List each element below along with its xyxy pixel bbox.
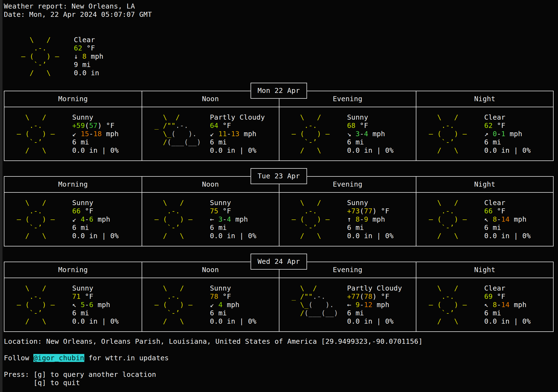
follow-line: Follow @igor_chubin for wttr.in updates — [4, 354, 554, 362]
forecast-cell: \ / .-. ― ( ) ― `-’ / \Sunny66 °F↙ 4-6 m… — [4, 193, 142, 246]
location-line: Location: New Orleans, Orleans Parish, L… — [4, 337, 554, 346]
press-instructions: Press: [g] to query another location [q]… — [4, 370, 554, 387]
forecast-cell: \ / .-. ― ( ) ― `-’ / \Sunny+59(57) °F↙ … — [4, 107, 142, 160]
forecast-cell-details: Sunny+73(77) °F↑ 8-9 mph6 mi0.0 in | 0% — [347, 199, 394, 240]
current-conditions: \ / .-. ― ( ) ― `-’ / \ Clear62 °F↓ 8 mp… — [4, 36, 554, 77]
report-title: Weather report: New Orleans, LA — [4, 2, 554, 10]
weather-art-sunny-icon: \ / .-. ― ( ) ― `-’ / \ — [420, 284, 484, 326]
forecast-cell: \ / .-. ― ( ) ― `-’ / \Sunny68 °F↘ 3-4 m… — [279, 107, 416, 160]
forecast-cell: \ / .-. ― ( ) ― `-’ / \Sunny78 °F↙ 4 mph… — [142, 278, 279, 331]
forecast-cell: \ / .-. ― ( ) ― `-’ / \Sunny+73(77) °F↑ … — [279, 193, 416, 246]
period-header-night: Night — [416, 177, 553, 192]
forecast-cell-details: Sunny71 °F↖ 5-6 mph6 mi0.0 in | 0% — [72, 284, 119, 326]
forecast-table: MorningNoonEveningNight \ / .-. ― ( ) ― … — [4, 176, 554, 246]
forecast-days: Mon 22 AprMorningNoonEveningNight \ / .-… — [4, 91, 554, 332]
report-date: Date: Mon, 22 Apr 2024 05:07:07 GMT — [4, 10, 554, 19]
weather-art-sunny-icon: \ / .-. ― ( ) ― `-’ / \ — [8, 199, 72, 240]
forecast-cell-details: Sunny+59(57) °F↙ 15-18 mph6 mi0.0 in | 0… — [72, 113, 119, 155]
forecast-table: MorningNoonEveningNight \ / .-. ― ( ) ― … — [4, 91, 554, 161]
period-header-morning: Morning — [4, 177, 142, 192]
forecast-cell-details: Sunny66 °F↙ 4-6 mph6 mi0.0 in | 0% — [72, 199, 119, 240]
period-header-morning: Morning — [4, 91, 142, 107]
forecast-day: Tue 23 AprMorningNoonEveningNight \ / .-… — [4, 176, 554, 246]
weather-art-sunny-icon: \ / .-. ― ( ) ― `-’ / \ — [146, 284, 210, 326]
date-box: Tue 23 Apr — [250, 168, 307, 184]
weather-art-sunny-icon: \ / .-. ― ( ) ― `-’ / \ — [13, 36, 74, 77]
forecast-cell-details: Sunny68 °F↘ 3-4 mph6 mi0.0 in | 0% — [347, 113, 394, 155]
weather-art-sunny-icon: \ / .-. ― ( ) ― `-’ / \ — [8, 284, 72, 326]
forecast-cell-details: Clear66 °F↖ 8-14 mph6 mi0.0 in | 0% — [484, 199, 531, 240]
forecast-cell-details: Sunny75 °F← 3-4 mph6 mi0.0 in | 0% — [210, 199, 257, 240]
date-box: Wed 24 Apr — [250, 254, 307, 270]
forecast-cell: \ / .-. ― ( ) ― `-’ / \Clear69 °F↖ 8-14 … — [416, 278, 553, 331]
forecast-cell: \ / .-. ― ( ) ― `-’ / \Clear66 °F↖ 8-14 … — [416, 193, 553, 246]
current-conditions-details: Clear62 °F↓ 8 mph9 mi0.0 in — [74, 36, 103, 77]
press-quit-line: [q] to quit — [4, 379, 554, 387]
forecast-cell-details: Clear62 °F↗ 0-1 mph6 mi0.0 in | 0% — [484, 113, 531, 155]
follow-suffix: for wttr.in updates — [84, 354, 169, 362]
press-query-line: Press: [g] to query another location — [4, 370, 554, 379]
terminal-screen[interactable]: Weather report: New Orleans, LA Date: Mo… — [0, 0, 558, 387]
current-details-lines: Clear62 °F↓ 8 mph9 mi0.0 in — [74, 36, 103, 77]
weather-art-partly-cloudy-icon: \ / _ /"".-. \_( ). /(___(__) — [283, 284, 347, 326]
forecast-cell-details: Partly Cloudy+77(78) °F← 9-12 mph6 mi0.0… — [347, 284, 402, 326]
twitter-handle[interactable]: @igor_chubin — [33, 354, 84, 362]
period-header-morning: Morning — [4, 262, 142, 278]
forecast-cell-details: Partly Cloudy64 °F↙ 11-13 mph6 mi0.0 in … — [210, 113, 265, 155]
forecast-cell: \ / .-. ― ( ) ― `-’ / \Sunny71 °F↖ 5-6 m… — [4, 278, 142, 331]
weather-art-sunny-icon: \ / .-. ― ( ) ― `-’ / \ — [420, 199, 484, 240]
weather-art-sunny-icon: \ / .-. ― ( ) ― `-’ / \ — [283, 199, 347, 240]
date-box: Mon 22 Apr — [250, 83, 307, 99]
forecast-cell: \ / _ /"".-. \_( ). /(___(__)Partly Clou… — [142, 107, 279, 160]
weather-art-partly-cloudy-icon: \ / _ /"".-. \_( ). /(___(__) — [146, 113, 210, 155]
follow-prefix: Follow — [4, 354, 33, 362]
weather-art-sunny-icon: \ / .-. ― ( ) ― `-’ / \ — [8, 113, 72, 155]
period-header-night: Night — [416, 91, 553, 107]
forecast-day: Wed 24 AprMorningNoonEveningNight \ / .-… — [4, 262, 554, 332]
forecast-day: Mon 22 AprMorningNoonEveningNight \ / .-… — [4, 91, 554, 161]
weather-art-sunny-icon: \ / .-. ― ( ) ― `-’ / \ — [283, 113, 347, 155]
forecast-cell: \ / .-. ― ( ) ― `-’ / \Clear62 °F↗ 0-1 m… — [416, 107, 553, 160]
forecast-cell: \ / .-. ― ( ) ― `-’ / \Sunny75 °F← 3-4 m… — [142, 193, 279, 246]
forecast-cell: \ / _ /"".-. \_( ). /(___(__)Partly Clou… — [279, 278, 416, 331]
forecast-table: MorningNoonEveningNight \ / .-. ― ( ) ― … — [4, 262, 554, 332]
period-header-night: Night — [416, 262, 553, 278]
forecast-cell-details: Clear69 °F↖ 8-14 mph6 mi0.0 in | 0% — [484, 284, 531, 326]
weather-art-sunny-icon: \ / .-. ― ( ) ― `-’ / \ — [420, 113, 484, 155]
weather-art-sunny-icon: \ / .-. ― ( ) ― `-’ / \ — [146, 199, 210, 240]
forecast-cell-details: Sunny78 °F↙ 4 mph6 mi0.0 in | 0% — [210, 284, 257, 326]
